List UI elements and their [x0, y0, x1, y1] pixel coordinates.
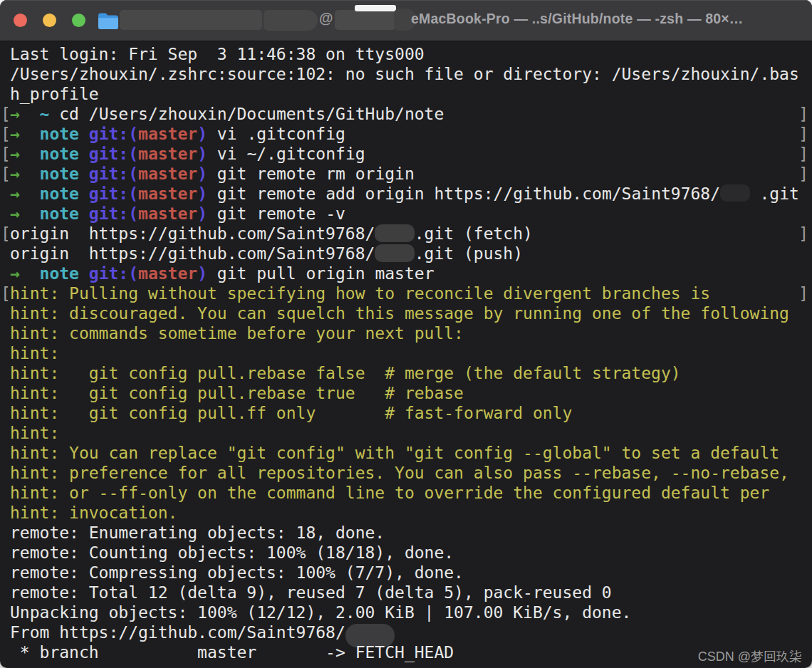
- redacted-text: [120, 10, 262, 30]
- terminal-text: hint: git config pull.rebase true # reba…: [10, 384, 464, 402]
- terminal-line: hint: commands sometime before your next…: [0, 323, 812, 343]
- terminal-text: Last login: Fri Sep 3 11:46:38 on ttys00…: [10, 45, 425, 63]
- terminal-text: git remote rm origin: [207, 165, 415, 183]
- terminal-text: →: [10, 204, 20, 223]
- terminal-text: git:(: [89, 184, 138, 203]
- watermark: CSDN @梦回玖柒: [698, 648, 802, 665]
- terminal-line: [origin https://github.com/Saint9768/.gi…: [0, 224, 812, 244]
- terminal-text: note: [40, 165, 79, 183]
- terminal-text: git remote add origin https://github.com…: [207, 184, 720, 203]
- terminal-text: hint: discouraged. You can squelch this …: [10, 304, 789, 323]
- terminal-text: remote: Total 12 (delta 9), reused 7 (de…: [10, 583, 612, 602]
- window-title: eMacBook-Pro — ..s/GitHub/note — -zsh — …: [411, 11, 812, 27]
- terminal-text: git:(: [89, 165, 138, 183]
- terminal-text: master: [138, 165, 197, 183]
- terminal-text: [79, 165, 89, 183]
- terminal-text: master: [138, 145, 197, 163]
- terminal-text: master: [138, 204, 197, 223]
- terminal-line: [→ note git:(master) git remote rm origi…: [0, 164, 812, 184]
- terminal-text: hint: invocation.: [10, 503, 177, 522]
- terminal-text: →: [10, 125, 20, 143]
- terminal-text: ): [197, 264, 207, 283]
- page: @ eMacBook-Pro — ..s/GitHub/note — -zsh …: [0, 0, 812, 668]
- terminal-text: hint: or --ff-only on the command line t…: [10, 484, 769, 502]
- window-titlebar: @ eMacBook-Pro — ..s/GitHub/note — -zsh …: [0, 0, 812, 41]
- terminal-text: [20, 105, 40, 123]
- terminal-text: [20, 264, 40, 283]
- folder-icon: [97, 11, 119, 30]
- terminal-line: → note git:(master) git remote add origi…: [0, 184, 812, 204]
- mark-bracket-right: ]: [798, 104, 808, 124]
- terminal-window: @ eMacBook-Pro — ..s/GitHub/note — -zsh …: [0, 0, 812, 668]
- terminal-text: ): [197, 165, 207, 183]
- terminal-text: [20, 204, 40, 223]
- terminal-text: hint: Pulling without specifying how to …: [10, 284, 710, 303]
- terminal-text: hint: You can replace "git config" with …: [10, 444, 779, 462]
- terminal-text: git:(: [89, 145, 138, 163]
- terminal-text: origin https://github.com/Saint9768/: [10, 244, 375, 263]
- terminal-text: hint: git config pull.ff only # fast-for…: [10, 404, 572, 422]
- terminal-line: [→ ~ cd /Users/zhouxin/Documents/GitHub/…: [0, 104, 812, 124]
- terminal-line: hint:: [0, 343, 812, 363]
- zoom-button[interactable]: [72, 14, 85, 27]
- redacted-text: [355, 5, 396, 11]
- titlebar-at-symbol: @: [319, 10, 333, 26]
- terminal-text: hint: git config pull.rebase false # mer…: [10, 364, 681, 382]
- terminal-text: →: [10, 165, 20, 183]
- terminal-text: h_profile: [10, 85, 99, 103]
- terminal-text: /Users/zhouxin/.zshrc:source:102: no suc…: [10, 65, 799, 83]
- terminal-line: [hint: Pulling without specifying how to…: [0, 283, 812, 303]
- terminal-text: note: [40, 125, 79, 143]
- terminal-text: remote: Compressing objects: 100% (7/7),…: [10, 563, 464, 582]
- terminal-text: [20, 125, 40, 143]
- terminal-line: hint: preference for all repositories. Y…: [0, 463, 812, 483]
- mark-bracket-left: [: [1, 124, 11, 144]
- terminal-text: →: [10, 184, 20, 203]
- terminal-text: * branch master -> FETCH_HEAD: [10, 643, 454, 662]
- terminal-line: → note git:(master) git pull origin mast…: [0, 263, 812, 283]
- terminal-text: origin https://github.com/Saint9768/: [10, 224, 375, 243]
- mark-bracket-right: ]: [798, 144, 808, 164]
- terminal-line: hint: git config pull.ff only # fast-for…: [0, 403, 812, 423]
- terminal-line: hint: You can replace "git config" with …: [0, 443, 812, 463]
- terminal-text: note: [40, 204, 79, 223]
- terminal-text: note: [40, 184, 79, 203]
- close-button[interactable]: [14, 14, 27, 27]
- terminal-text: [79, 145, 89, 163]
- terminal-line: → note git:(master) git remote -v: [0, 204, 812, 224]
- terminal-text: git:(: [89, 204, 138, 223]
- redacted-text: [375, 224, 414, 242]
- terminal-text: cd /Users/zhouxin/Documents/GitHub/note: [49, 105, 444, 123]
- terminal-text: git pull origin master: [207, 264, 434, 283]
- terminal-text: ): [197, 125, 207, 143]
- terminal-line: hint: git config pull.rebase false # mer…: [0, 363, 812, 383]
- mark-bracket-left: [: [1, 104, 11, 124]
- terminal-line: From https://github.com/Saint9768/: [0, 622, 812, 642]
- terminal-text: .git (push): [415, 244, 523, 263]
- terminal-line: remote: Total 12 (delta 9), reused 7 (de…: [0, 583, 812, 602]
- terminal-text: [79, 184, 89, 203]
- terminal-text: From https://github.com/Saint9768/: [10, 623, 345, 642]
- terminal-text: vi .gitconfig: [207, 125, 345, 143]
- terminal-text: →: [10, 264, 20, 283]
- redacted-text: [264, 10, 318, 31]
- terminal-line: Unpacking objects: 100% (12/12), 2.00 Ki…: [0, 602, 812, 622]
- terminal-line: hint: or --ff-only on the command line t…: [0, 483, 812, 503]
- terminal-text: hint:: [10, 344, 59, 362]
- terminal-text: .git: [750, 184, 799, 203]
- terminal-line: h_profile: [0, 84, 812, 104]
- terminal-text: note: [40, 264, 79, 283]
- terminal-text: git:(: [89, 125, 138, 143]
- terminal-text: remote: Enumerating objects: 18, done.: [10, 523, 385, 542]
- terminal-text: [20, 145, 40, 163]
- terminal-text: [79, 204, 89, 223]
- terminal-screen[interactable]: Last login: Fri Sep 3 11:46:38 on ttys00…: [0, 41, 812, 668]
- terminal-text: hint:: [10, 424, 59, 442]
- terminal-text: note: [40, 145, 79, 163]
- minimize-button[interactable]: [43, 14, 56, 27]
- terminal-text: ): [197, 145, 207, 163]
- mark-bracket-right: ]: [798, 283, 808, 303]
- terminal-line: Last login: Fri Sep 3 11:46:38 on ttys00…: [0, 44, 812, 64]
- terminal-text: ): [197, 184, 207, 203]
- terminal-text: [79, 264, 89, 283]
